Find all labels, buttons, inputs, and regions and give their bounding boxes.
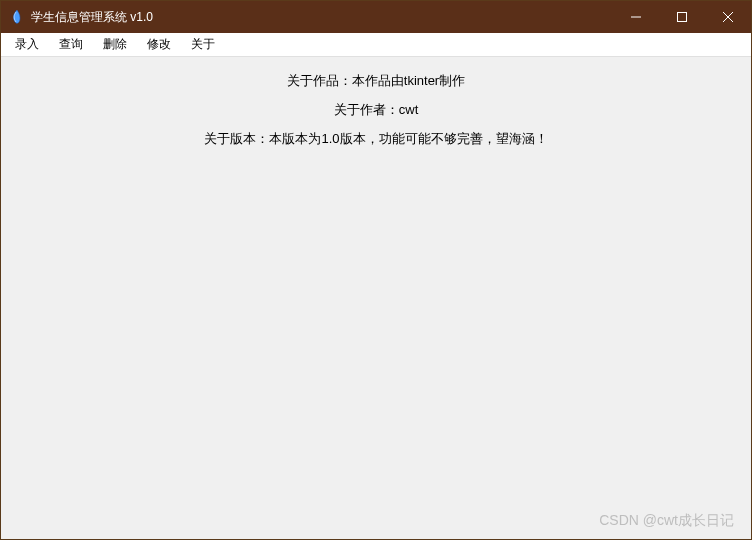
app-icon [9, 9, 25, 25]
about-author-label: 关于作者：cwt [334, 100, 419, 121]
window-title: 学生信息管理系统 v1.0 [31, 9, 613, 26]
minimize-icon [631, 12, 641, 22]
menubar: 录入 查询 删除 修改 关于 [1, 33, 751, 57]
about-work-label: 关于作品：本作品由tkinter制作 [287, 71, 465, 92]
menu-item-about[interactable]: 关于 [181, 33, 225, 56]
minimize-button[interactable] [613, 1, 659, 33]
maximize-button[interactable] [659, 1, 705, 33]
window-controls [613, 1, 751, 33]
maximize-icon [677, 12, 687, 22]
about-version-label: 关于版本：本版本为1.0版本，功能可能不够完善，望海涵！ [204, 129, 547, 150]
svg-rect-1 [678, 13, 687, 22]
menu-item-query[interactable]: 查询 [49, 33, 93, 56]
menu-item-input[interactable]: 录入 [5, 33, 49, 56]
menu-item-delete[interactable]: 删除 [93, 33, 137, 56]
content-area: 关于作品：本作品由tkinter制作 关于作者：cwt 关于版本：本版本为1.0… [1, 57, 751, 539]
titlebar: 学生信息管理系统 v1.0 [1, 1, 751, 33]
menu-item-modify[interactable]: 修改 [137, 33, 181, 56]
app-window: 学生信息管理系统 v1.0 录入 查询 删除 修改 [0, 0, 752, 540]
close-icon [723, 12, 733, 22]
close-button[interactable] [705, 1, 751, 33]
